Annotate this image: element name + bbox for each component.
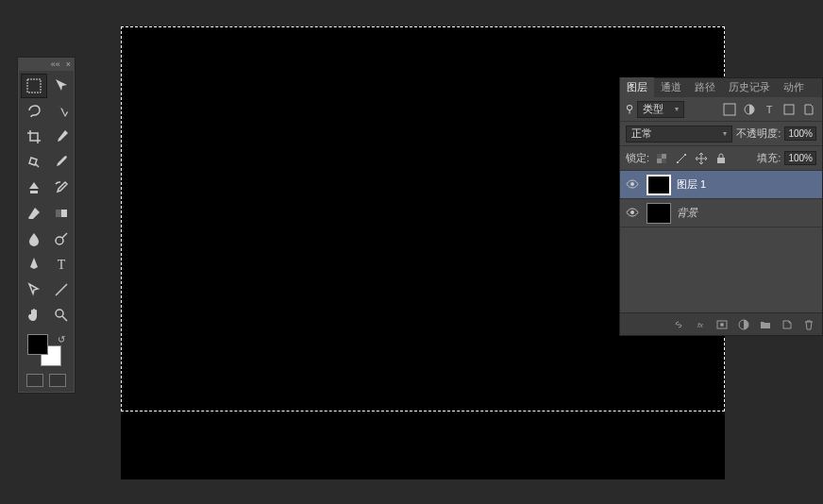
svg-point-18 [720,323,724,327]
fill-label: 填充: [757,151,781,165]
svg-rect-9 [784,105,794,114]
filter-type-select[interactable]: 类型▾ [637,101,684,118]
svg-point-5 [56,310,63,317]
collapse-icon[interactable]: «« [51,59,60,69]
toolbox-panel: «« × T ↺ [17,57,76,394]
line-tool[interactable] [48,277,75,302]
eyedropper-tool[interactable] [48,125,75,149]
screenmode-icon[interactable] [49,374,66,387]
history-brush-tool[interactable] [48,176,75,200]
lock-label: 锁定: [626,151,649,165]
svg-rect-12 [662,159,666,163]
crop-tool[interactable] [21,125,47,149]
brush-tool[interactable] [48,150,75,175]
fill-value[interactable]: 100% [784,151,816,165]
fx-icon[interactable]: fx [692,316,708,332]
marquee-tool[interactable] [21,74,47,98]
svg-point-14 [630,182,634,186]
screen-mode-group [18,370,75,387]
lock-all-icon[interactable] [713,150,729,166]
svg-text:T: T [58,258,66,272]
new-layer-icon[interactable] [779,316,795,332]
toolbox-header: «« × [18,58,75,71]
visibility-icon[interactable] [624,177,641,193]
swap-colors-icon[interactable]: ↺ [58,334,65,344]
eraser-tool[interactable] [21,201,47,226]
layer-thumbnail[interactable] [647,175,671,195]
image-filter-icon[interactable] [721,101,737,117]
lasso-tool[interactable] [21,99,47,124]
panel-footer: fx [620,312,822,335]
blur-tool[interactable] [21,227,47,251]
svg-point-3 [56,237,63,244]
healing-brush-tool[interactable] [21,150,47,175]
lock-row: 锁定: 填充: 100% [620,146,822,171]
svg-text:fx: fx [697,321,703,329]
type-tool[interactable]: T [48,252,75,277]
lock-move-icon[interactable] [693,150,709,166]
zoom-tool[interactable] [48,303,75,328]
tool-grid: T [18,71,75,330]
gradient-tool[interactable] [48,201,75,226]
close-icon[interactable]: × [66,59,71,69]
layer-thumbnail[interactable] [647,203,671,224]
shape-filter-icon[interactable] [781,101,797,117]
tab-history[interactable]: 历史记录 [722,77,777,97]
adjustment-filter-icon[interactable] [741,101,757,117]
clone-stamp-tool[interactable] [21,176,47,200]
layer-row[interactable]: 图层 1 [620,171,822,199]
lock-position-icon[interactable] [673,150,689,166]
blend-row: 正常▾ 不透明度: 100% [620,122,822,146]
quick-select-tool[interactable] [48,99,75,124]
blend-mode-select[interactable]: 正常▾ [626,126,732,143]
tab-layers[interactable]: 图层 [620,77,654,97]
adjustment-icon[interactable] [735,316,751,332]
svg-rect-13 [717,158,725,163]
layers-list: 图层 1 背景 [620,171,822,312]
svg-text:T: T [765,104,772,115]
panel-tabs: 图层 通道 路径 历史记录 动作 [620,78,822,97]
layer-row[interactable]: 背景 [620,199,822,227]
trash-icon[interactable] [800,316,816,332]
visibility-icon[interactable] [624,206,641,221]
pen-tool[interactable] [21,252,47,277]
svg-rect-0 [27,79,41,92]
smart-filter-icon[interactable] [800,101,816,117]
dodge-tool[interactable] [48,227,75,251]
tab-channels[interactable]: 通道 [654,77,688,97]
type-filter-icon[interactable]: T [761,101,777,117]
link-icon[interactable] [670,316,686,332]
hand-tool[interactable] [21,303,47,328]
opacity-label: 不透明度: [736,126,781,141]
layer-name[interactable]: 图层 1 [677,177,706,192]
svg-rect-6 [724,104,735,115]
folder-icon[interactable] [757,316,773,332]
tab-actions[interactable]: 动作 [777,77,811,97]
color-swatches: ↺ [25,334,67,368]
lock-pixels-icon[interactable] [653,150,669,166]
opacity-value[interactable]: 100% [784,126,816,141]
mask-icon[interactable] [714,316,730,332]
foreground-swatch[interactable] [27,334,48,355]
move-tool[interactable] [48,74,75,98]
svg-rect-11 [657,154,662,159]
layer-name[interactable]: 背景 [677,206,697,220]
tab-paths[interactable]: 路径 [688,77,722,97]
path-select-tool[interactable] [21,277,47,302]
filter-row: ⚲ 类型▾ T [620,97,822,122]
layers-panel: 图层 通道 路径 历史记录 动作 ⚲ 类型▾ T 正常▾ 不透明度: 100% … [619,77,823,336]
svg-rect-2 [56,210,61,217]
quickmask-icon[interactable] [26,374,43,387]
svg-point-15 [630,210,634,214]
